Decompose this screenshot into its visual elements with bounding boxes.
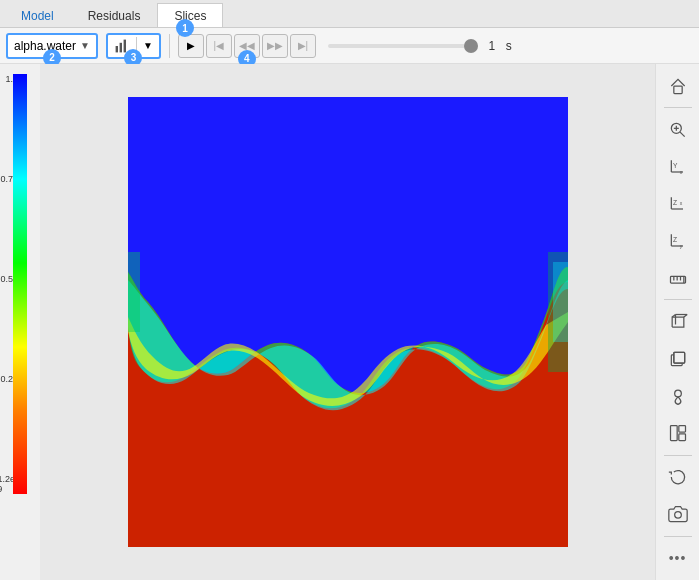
svg-rect-37 [670, 426, 677, 441]
svg-rect-34 [673, 352, 684, 363]
step-forward-icon: ▶▶ [267, 40, 283, 51]
play-button[interactable]: ▶ [178, 34, 204, 58]
z-axis-x-icon: Z x [668, 194, 688, 214]
time-area: 1 s [328, 39, 512, 53]
home-icon [668, 76, 688, 96]
box-view-button[interactable] [660, 341, 696, 376]
skip-to-start-button[interactable]: |◀ [206, 34, 232, 58]
pin-button[interactable] [660, 379, 696, 414]
svg-rect-1 [120, 42, 122, 52]
field-dropdown[interactable]: alpha.water ▼ 2 [6, 33, 98, 59]
skip-to-end-button[interactable]: ▶| [290, 34, 316, 58]
svg-rect-5 [553, 262, 568, 342]
chart-button-group: ▼ 3 [106, 33, 161, 59]
layout-button[interactable] [660, 416, 696, 451]
ruler-icon [668, 268, 688, 288]
toolbar-divider-right-4 [664, 536, 692, 537]
refresh-icon [668, 467, 688, 487]
toolbar-divider-right-3 [664, 455, 692, 456]
time-unit: s [506, 39, 512, 53]
svg-text:x: x [679, 200, 682, 206]
simulation-visualization [128, 97, 568, 547]
tab-residuals[interactable]: Residuals [71, 3, 158, 27]
more-options-button[interactable]: ••• [660, 541, 696, 576]
perspective-icon [668, 312, 688, 332]
z-axis-x-button[interactable]: Z x [660, 186, 696, 221]
time-value: 1 [484, 39, 500, 53]
camera-button[interactable] [660, 497, 696, 532]
play-icon: ▶ [187, 40, 195, 51]
right-toolbar: Y x Z x Z y [655, 64, 699, 580]
visualization-area [40, 64, 655, 580]
more-dots-icon: ••• [669, 550, 687, 566]
svg-rect-39 [678, 434, 685, 441]
zoom-icon [668, 120, 688, 140]
colorbar-gradient [13, 74, 27, 494]
svg-rect-2 [124, 39, 126, 52]
tab-model[interactable]: Model [4, 3, 71, 27]
refresh-button[interactable] [660, 460, 696, 495]
layout-icon [668, 423, 688, 443]
skip-to-end-icon: ▶| [298, 40, 309, 51]
time-slider[interactable] [328, 44, 478, 48]
playback-controls: ▶ |◀ ◀◀ ▶▶ ▶| 4 [178, 34, 316, 58]
svg-text:Z: Z [673, 199, 677, 206]
svg-rect-0 [116, 46, 118, 52]
colorbar-panel: 1.0 0.75 0.50 0.25 ~1.2e-19 [0, 64, 40, 580]
z-axis-y-icon: Z y [668, 231, 688, 251]
svg-text:Y: Y [673, 161, 678, 168]
box-icon [668, 349, 688, 369]
svg-rect-6 [128, 252, 140, 332]
skip-to-start-icon: |◀ [214, 40, 225, 51]
y-axis-button[interactable]: Y x [660, 149, 696, 184]
svg-line-9 [680, 132, 685, 137]
perspective-button[interactable] [660, 304, 696, 339]
z-axis-y-button[interactable]: Z y [660, 223, 696, 258]
tab-model-label: Model [21, 9, 54, 23]
toolbar: 1 alpha.water ▼ 2 ▼ 3 ▶ [0, 28, 699, 64]
tab-bar: Model Residuals Slices [0, 0, 699, 28]
dropdown-arrow-icon: ▼ [80, 40, 90, 51]
svg-point-40 [674, 512, 681, 519]
tab-residuals-label: Residuals [88, 9, 141, 23]
main-content: 1.0 0.75 0.50 0.25 ~1.2e-19 [0, 64, 699, 580]
zoom-button[interactable] [660, 112, 696, 147]
svg-rect-38 [678, 426, 685, 433]
svg-point-36 [674, 390, 681, 397]
svg-rect-7 [673, 86, 681, 94]
badge-1: 1 [176, 19, 194, 37]
toolbar-divider-right-1 [664, 107, 692, 108]
camera-icon [668, 504, 688, 524]
time-slider-thumb[interactable] [464, 39, 478, 53]
y-axis-icon: Y x [668, 157, 688, 177]
toolbar-divider-1 [169, 34, 170, 58]
pin-icon [668, 386, 688, 406]
svg-text:Z: Z [673, 236, 677, 243]
home-view-button[interactable] [660, 68, 696, 103]
step-forward-button[interactable]: ▶▶ [262, 34, 288, 58]
ruler-button[interactable] [660, 260, 696, 295]
toolbar-divider-right-2 [664, 299, 692, 300]
